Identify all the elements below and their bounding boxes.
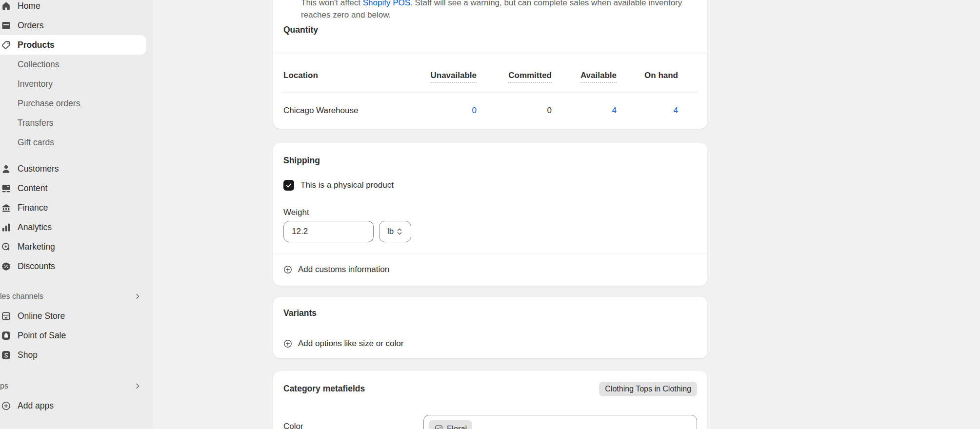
chevron-right-icon[interactable] bbox=[134, 292, 141, 300]
category-metafields-card: Category metafields Clothing Tops in Clo… bbox=[273, 371, 707, 429]
table-row-divider bbox=[282, 93, 699, 93]
sidebar-item-transfers[interactable]: Transfers bbox=[0, 113, 146, 133]
sidebar-item-label: Analytics bbox=[18, 222, 52, 233]
column-header-location: Location bbox=[283, 70, 318, 81]
point-of-sale-icon bbox=[1, 331, 11, 341]
sidebar-item-gift-cards[interactable]: Gift cards bbox=[0, 133, 146, 152]
sidebar-item-label: Inventory bbox=[18, 79, 53, 89]
weight-input[interactable]: 12.2 bbox=[283, 221, 374, 242]
weight-unit-select[interactable]: lb bbox=[379, 221, 411, 242]
finance-icon bbox=[1, 203, 11, 213]
sidebar-item-label: Gift cards bbox=[18, 137, 54, 148]
on-hand-value-link[interactable]: 4 bbox=[674, 105, 678, 116]
sidebar-item-orders[interactable]: Orders bbox=[0, 16, 146, 35]
column-header-available: Available bbox=[580, 70, 617, 81]
content-icon bbox=[1, 183, 11, 194]
sidebar-item-inventory[interactable]: Inventory bbox=[0, 74, 146, 94]
sidebar-item-marketing[interactable]: Marketing bbox=[0, 237, 146, 256]
sidebar-item-customers[interactable]: Customers bbox=[0, 159, 146, 178]
color-field-input[interactable]: Floral bbox=[423, 415, 697, 429]
sidebar-item-label: Collections bbox=[18, 59, 60, 70]
weight-unit-value: lb bbox=[387, 227, 394, 236]
sidebar-item-label: Online Store bbox=[18, 311, 65, 321]
available-value-link[interactable]: 4 bbox=[612, 105, 617, 116]
sidebar-item-products[interactable]: Products bbox=[0, 35, 146, 55]
variants-card: Variants Add options like size or color bbox=[273, 297, 707, 358]
home-icon bbox=[1, 1, 11, 11]
sidebar-item-label: Add apps bbox=[18, 401, 54, 411]
online-store-icon bbox=[1, 311, 11, 321]
category-badge: Clothing Tops in Clothing bbox=[599, 382, 697, 396]
shopify-pos-link[interactable]: Shopify POS bbox=[363, 0, 410, 7]
plus-circle-icon bbox=[283, 339, 292, 348]
stepper-icon bbox=[396, 227, 403, 236]
sidebar-item-label: Customers bbox=[18, 164, 59, 174]
inventory-card: This won't affect Shopify POS. Staff wil… bbox=[273, 0, 707, 129]
sidebar-item-online-store[interactable]: Online Store bbox=[0, 306, 146, 326]
column-header-committed: Committed bbox=[508, 70, 552, 81]
sidebar-item-discounts[interactable]: Discounts bbox=[0, 256, 146, 276]
sidebar-item-analytics[interactable]: Analytics bbox=[0, 217, 146, 237]
add-apps-icon bbox=[1, 401, 11, 411]
quantity-heading: Quantity bbox=[283, 24, 318, 35]
chevron-right-icon[interactable] bbox=[134, 382, 141, 390]
plus-circle-icon bbox=[283, 265, 292, 274]
section-label: les channels bbox=[0, 292, 43, 301]
sidebar-item-label: Discounts bbox=[18, 261, 55, 272]
sidebar-item-label: Home bbox=[18, 1, 40, 11]
unavailable-value-link[interactable]: 0 bbox=[472, 105, 477, 116]
sidebar-section-sales-channels[interactable]: les channels bbox=[0, 287, 146, 306]
weight-value: 12.2 bbox=[292, 227, 308, 236]
sidebar-gap bbox=[0, 152, 153, 159]
committed-value: 0 bbox=[547, 105, 552, 116]
sidebar-item-label: Point of Sale bbox=[18, 331, 66, 341]
sidebar-item-home[interactable]: Home bbox=[0, 0, 146, 16]
section-divider bbox=[273, 54, 707, 54]
column-header-on-hand: On hand bbox=[644, 70, 678, 81]
sidebar-item-label: Content bbox=[18, 183, 47, 194]
sidebar-item-label: Products bbox=[18, 40, 55, 50]
orders-icon bbox=[1, 20, 11, 31]
sidebar-item-label: Finance bbox=[18, 203, 48, 213]
physical-product-row: This is a physical product bbox=[283, 180, 394, 191]
sidebar-item-shop[interactable]: Shop bbox=[0, 345, 146, 365]
analytics-icon bbox=[1, 222, 11, 233]
description-text: This won't affect bbox=[301, 0, 363, 7]
section-label: ps bbox=[0, 382, 8, 390]
sidebar-item-label: Marketing bbox=[18, 242, 55, 252]
add-variant-options-button[interactable]: Add options like size or color bbox=[283, 339, 403, 349]
discounts-icon bbox=[1, 261, 11, 272]
shop-icon bbox=[1, 350, 11, 360]
sidebar-section-apps[interactable]: ps bbox=[0, 376, 146, 396]
sidebar-item-finance[interactable]: Finance bbox=[0, 198, 146, 217]
add-options-label: Add options like size or color bbox=[298, 339, 403, 349]
shipping-heading: Shipping bbox=[283, 155, 320, 166]
location-cell: Chicago Warehouse bbox=[283, 105, 358, 116]
sidebar-gap bbox=[0, 276, 153, 287]
add-customs-information-button[interactable]: Add customs information bbox=[283, 265, 389, 274]
variants-heading: Variants bbox=[283, 308, 317, 318]
add-customs-label: Add customs information bbox=[298, 265, 389, 274]
sidebar-item-purchase-orders[interactable]: Purchase orders bbox=[0, 94, 146, 113]
color-value-tag[interactable]: Floral bbox=[429, 420, 472, 429]
shipping-card: Shipping This is a physical product Weig… bbox=[273, 143, 707, 286]
sidebar-item-add-apps[interactable]: Add apps bbox=[0, 396, 146, 415]
physical-product-checkbox[interactable] bbox=[283, 180, 294, 191]
marketing-icon bbox=[1, 242, 11, 252]
sidebar-item-label: Orders bbox=[18, 20, 43, 31]
sidebar-item-label: Transfers bbox=[18, 118, 53, 128]
main-content: This won't affect Shopify POS. Staff wil… bbox=[153, 0, 980, 429]
sidebar-item-collections[interactable]: Collections bbox=[0, 55, 146, 74]
column-header-unavailable: Unavailable bbox=[431, 70, 477, 81]
sidebar: Home Orders Products Collections Invento… bbox=[0, 0, 153, 429]
color-field-label: Color bbox=[283, 421, 303, 429]
inventory-policy-description: This won't affect Shopify POS. Staff wil… bbox=[301, 0, 694, 21]
sidebar-gap bbox=[0, 365, 153, 376]
section-divider bbox=[273, 254, 707, 254]
products-tag-icon bbox=[1, 40, 11, 50]
sidebar-item-label: Shop bbox=[18, 350, 38, 360]
customers-icon bbox=[1, 164, 11, 174]
physical-product-label: This is a physical product bbox=[300, 180, 394, 191]
sidebar-item-point-of-sale[interactable]: Point of Sale bbox=[0, 326, 146, 345]
sidebar-item-content[interactable]: Content bbox=[0, 178, 146, 198]
